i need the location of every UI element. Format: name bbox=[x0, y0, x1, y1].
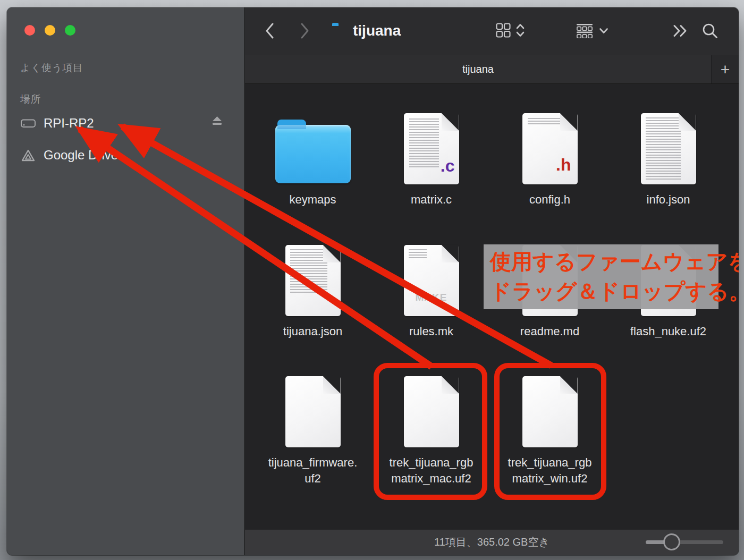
toolbar: tijuana bbox=[245, 7, 739, 55]
back-button[interactable] bbox=[264, 22, 275, 39]
document-icon: .h bbox=[522, 113, 578, 184]
file-info-json[interactable]: info.json bbox=[609, 110, 728, 208]
annotation-line: ドラッグ＆ドロップする。 bbox=[490, 276, 712, 306]
file-label: flash_nuke.uf2 bbox=[609, 324, 728, 340]
toolbar-overflow-icon[interactable] bbox=[672, 24, 688, 37]
group-by-icon[interactable] bbox=[577, 24, 593, 38]
tab-tijuana[interactable]: tijuana bbox=[245, 55, 711, 83]
file-label: info.json bbox=[609, 192, 728, 208]
file-keymaps[interactable]: keymaps bbox=[253, 110, 372, 208]
file-label: config.h bbox=[491, 192, 609, 208]
view-mode-icon[interactable] bbox=[496, 23, 511, 38]
file-matrix-c[interactable]: .c matrix.c bbox=[372, 110, 491, 208]
document-icon bbox=[285, 376, 341, 447]
file-label: trek_tijuana_rgbmatrix_mac.uf2 bbox=[372, 455, 491, 487]
file-label: trek_tijuana_rgbmatrix_win.uf2 bbox=[491, 455, 609, 487]
fullscreen-button[interactable] bbox=[65, 25, 75, 36]
tab-bar: tijuana + bbox=[245, 55, 739, 84]
document-icon bbox=[285, 245, 341, 316]
eject-icon[interactable] bbox=[210, 115, 224, 126]
document-icon: MAKE bbox=[404, 245, 459, 316]
window-title: tijuana bbox=[353, 22, 401, 39]
icon-size-slider[interactable] bbox=[646, 530, 723, 555]
file-tijuana-json[interactable]: tijuana.json bbox=[253, 242, 372, 340]
file-config-h[interactable]: .h config.h bbox=[491, 110, 609, 208]
file-tijuana-firmware-uf2[interactable]: tijuana_firmware.uf2 bbox=[253, 373, 372, 487]
folder-icon bbox=[275, 125, 351, 183]
file-label: keymaps bbox=[253, 192, 372, 208]
file-ext-badge: .c bbox=[441, 156, 455, 176]
sidebar-item-rpi-rp2[interactable]: RPI-RP2 bbox=[7, 113, 244, 133]
desktop-background: よく使う項目 場所 RPI-RP2 bbox=[0, 0, 744, 560]
minimize-button[interactable] bbox=[45, 25, 55, 36]
file-rules-mk[interactable]: MAKE rules.mk bbox=[372, 242, 491, 340]
file-ext-badge: .h bbox=[556, 155, 571, 175]
search-icon[interactable] bbox=[701, 22, 719, 40]
chevron-down-icon[interactable] bbox=[599, 28, 608, 34]
file-label: readme.md bbox=[491, 324, 609, 340]
file-trek-tijuana-rgbmatrix-mac-uf2[interactable]: trek_tijuana_rgbmatrix_mac.uf2 bbox=[372, 373, 491, 487]
new-tab-button[interactable]: + bbox=[711, 55, 739, 83]
sidebar: よく使う項目 場所 RPI-RP2 bbox=[7, 7, 245, 555]
locations-section-header: 場所 bbox=[20, 92, 41, 106]
finder-window: よく使う項目 場所 RPI-RP2 bbox=[7, 7, 739, 555]
forward-button[interactable] bbox=[300, 22, 310, 39]
sidebar-item-label: RPI-RP2 bbox=[44, 116, 94, 131]
file-watermark: MAKE bbox=[404, 292, 459, 303]
document-icon bbox=[404, 376, 459, 447]
sidebar-item-label: Google Drive bbox=[44, 148, 118, 163]
file-trek-tijuana-rgbmatrix-win-uf2[interactable]: trek_tijuana_rgbmatrix_win.uf2 bbox=[491, 373, 609, 487]
document-icon bbox=[641, 113, 696, 184]
google-drive-icon bbox=[20, 149, 36, 162]
status-bar: 11項目、365.02 GB空き bbox=[245, 529, 739, 555]
annotation-callout: 使用するファームウェアを ドラッグ＆ドロップする。 bbox=[484, 244, 718, 309]
file-label: tijuana_firmware.uf2 bbox=[253, 455, 372, 487]
file-label: matrix.c bbox=[372, 192, 491, 208]
external-drive-icon bbox=[20, 116, 36, 130]
close-button[interactable] bbox=[24, 25, 35, 36]
favorites-section-header: よく使う項目 bbox=[20, 61, 83, 75]
file-label: tijuana.json bbox=[253, 324, 372, 340]
sort-chevrons-icon[interactable] bbox=[515, 23, 525, 38]
file-label: rules.mk bbox=[372, 324, 491, 340]
annotation-line: 使用するファームウェアを bbox=[490, 247, 712, 276]
document-icon bbox=[522, 376, 578, 447]
sidebar-item-google-drive[interactable]: Google Drive bbox=[7, 145, 244, 165]
slider-thumb[interactable] bbox=[663, 533, 680, 550]
document-icon: .c bbox=[404, 113, 459, 184]
window-controls bbox=[24, 25, 75, 36]
